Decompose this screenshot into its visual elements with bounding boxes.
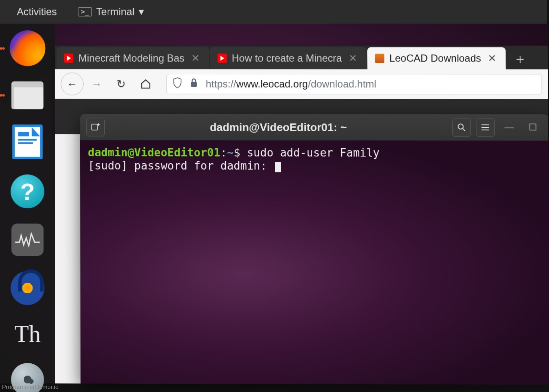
tabstrip: Minecraft Modeling Bas ✕ How to create a… <box>55 45 548 69</box>
tab-close-button[interactable]: ✕ <box>486 52 498 64</box>
dock-libreoffice-writer[interactable] <box>10 124 45 159</box>
activities-button[interactable]: Activities <box>17 6 57 18</box>
terminal-menu-button[interactable] <box>476 118 495 137</box>
app-menu[interactable]: >_ Terminal ▾ <box>78 6 144 18</box>
terminal-window: dadmin@VideoEditor01: ~ — ☐ dadmin@Video… <box>80 114 549 385</box>
shield-icon <box>173 77 182 91</box>
url-bar[interactable]: https://www.leocad.org/download.html <box>166 74 542 94</box>
running-indicator-icon: •• <box>0 90 4 101</box>
app-menu-label: Terminal <box>96 6 134 18</box>
lock-icon <box>190 78 198 91</box>
cursor-icon <box>275 162 281 172</box>
dock: •• •• ? Th <box>0 24 55 383</box>
youtube-favicon-icon <box>217 54 226 63</box>
terminal-header: dadmin@VideoEditor01: ~ — ☐ <box>80 114 548 141</box>
browser-tab[interactable]: Minecraft Modeling Bas ✕ <box>57 47 209 69</box>
desktop: Activities >_ Terminal ▾ •• •• ? <box>0 0 549 385</box>
terminal-title: dadmin@VideoEditor01: ~ <box>110 120 447 134</box>
browser-tab-active[interactable]: LeoCAD Downloads ✕ <box>367 47 506 69</box>
tab-close-button[interactable]: ✕ <box>347 52 359 64</box>
terminal-line: [sudo] password for dadmin: <box>88 159 541 172</box>
leocad-favicon-icon <box>375 54 384 63</box>
reload-button[interactable]: ↻ <box>110 73 132 95</box>
svg-line-3 <box>463 129 465 131</box>
terminal-body[interactable]: dadmin@VideoEditor01:~$ sudo add-user Fa… <box>80 140 549 385</box>
forward-button[interactable]: → <box>85 72 108 95</box>
tab-close-button[interactable]: ✕ <box>190 52 201 64</box>
new-tab-terminal-button[interactable] <box>86 118 105 137</box>
terminal-command: sudo add-user Family <box>247 146 380 159</box>
libreoffice-writer-icon <box>12 124 42 159</box>
terminal-line: dadmin@VideoEditor01:~$ sudo add-user Fa… <box>88 146 541 160</box>
chevron-down-icon: ▾ <box>139 6 144 18</box>
dock-thonny[interactable]: Th <box>10 320 45 348</box>
dock-system-monitor[interactable] <box>10 223 45 256</box>
tab-title: Minecraft Modeling Bas <box>78 52 184 64</box>
running-indicator-icon: •• <box>0 43 4 54</box>
browser-toolbar: ← → ↻ https://www.leocad.org/download.ht… <box>55 69 548 99</box>
terminal-app-icon: >_ <box>78 7 92 16</box>
dock-firefox[interactable]: •• <box>10 30 45 66</box>
home-button[interactable] <box>134 73 157 95</box>
tab-title: LeoCAD Downloads <box>389 52 481 64</box>
svg-rect-1 <box>92 124 97 130</box>
svg-rect-0 <box>191 82 197 87</box>
dock-audacity[interactable] <box>10 271 45 305</box>
terminal-search-button[interactable] <box>452 118 471 137</box>
url-text: https://www.leocad.org/download.html <box>206 78 377 90</box>
firefox-icon <box>10 30 45 66</box>
gnome-topbar: Activities >_ Terminal ▾ <box>0 0 547 24</box>
new-tab-button[interactable]: ＋ <box>510 49 530 69</box>
watermark: ProgrammerHumor.io <box>2 384 59 391</box>
dock-help[interactable]: ? <box>10 174 45 208</box>
background-window-edge <box>55 134 81 383</box>
tab-title: How to create a Minecra <box>232 52 342 64</box>
svg-point-2 <box>458 124 463 129</box>
youtube-favicon-icon <box>64 54 73 63</box>
dock-files[interactable]: •• <box>10 81 45 109</box>
minimize-button[interactable]: — <box>500 118 518 137</box>
help-icon: ? <box>11 174 44 208</box>
browser-tab[interactable]: How to create a Minecra ✕ <box>210 47 366 69</box>
back-button[interactable]: ← <box>61 72 84 95</box>
maximize-button[interactable]: ☐ <box>524 118 542 137</box>
audacity-icon <box>11 271 44 305</box>
thonny-icon: Th <box>14 320 41 348</box>
system-monitor-icon <box>12 223 44 256</box>
files-icon <box>12 81 43 109</box>
